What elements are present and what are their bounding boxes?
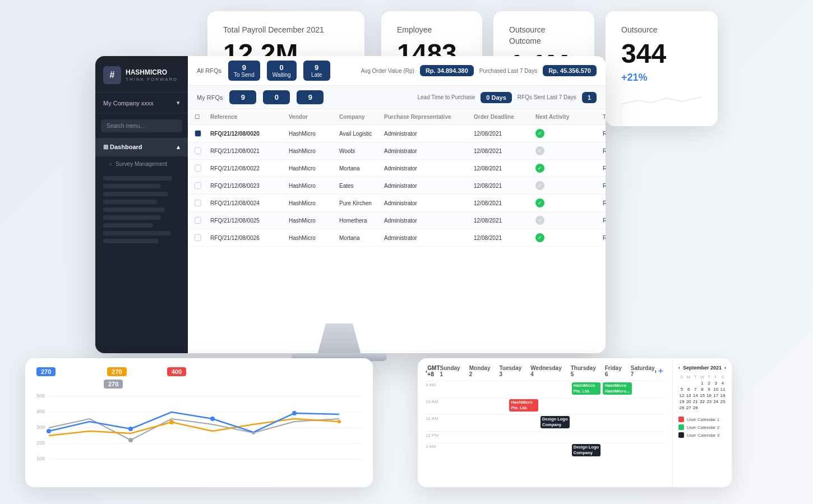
mini-cal-date[interactable]: 16 [706, 392, 713, 399]
chevron-up-icon: ▴ [177, 144, 180, 151]
mini-cal-date[interactable]: 3 [713, 380, 719, 386]
rfq-btn-late[interactable]: 9 Late [303, 61, 330, 81]
my-rfqs-row: My RFQs 9 0 9 Lead Time to Purchase 0 Da… [188, 86, 606, 109]
chevron-down-icon: ▾ [177, 99, 180, 107]
time-10am: 10 AM [426, 398, 446, 414]
mini-cal-date[interactable]: 23 [706, 399, 713, 405]
mini-cal-date[interactable]: 22 [699, 399, 705, 405]
mini-cal-date[interactable]: 28 [692, 405, 699, 411]
rfq-to-send-label: To Send [234, 72, 255, 78]
mini-cal-date[interactable]: 11 [719, 386, 726, 392]
search-placeholder: Search menu... [107, 123, 145, 129]
table-row[interactable]: RFQ/21/12/08/0021 HashMicro Woobi Admini… [188, 142, 606, 160]
row-checkbox[interactable] [195, 165, 210, 172]
table-header: ☐ Reference Vendor Company Purchase Repr… [188, 109, 606, 125]
mini-cal-date[interactable]: 24 [713, 399, 719, 405]
mini-cal-date[interactable]: 1 [699, 380, 705, 386]
rfq-btn-waiting[interactable]: 0 Waiting [267, 61, 297, 81]
mini-cal-dates: 1234567891011121314151617181920212223242… [678, 380, 726, 411]
mini-cal-date[interactable]: 13 [685, 392, 692, 399]
sidebar-search[interactable]: Search menu... [101, 119, 182, 132]
chart-svg-wrap: 500 400 300 200 100 [36, 391, 362, 480]
slot-thu-11 [571, 415, 602, 431]
avg-order-value: Rp. 34.894.380 [420, 65, 474, 76]
row-rep: Administrator [384, 183, 474, 189]
cal-add-icon[interactable]: ＋ [657, 366, 664, 376]
nav-line-2 [103, 184, 161, 188]
table-row[interactable]: RFQ/21/12/08/0025 HashMicro Homethera Ad… [188, 212, 606, 229]
my-rfq-btn-2[interactable]: 0 [263, 90, 290, 104]
sidebar-item-dashboard[interactable]: ⊞ Dashboard ▴ [95, 138, 188, 156]
row-checkbox[interactable] [195, 130, 210, 137]
mini-cal-date[interactable] [699, 405, 705, 411]
table-body: RFQ/21/12/08/0020 HashMicro Avail Logist… [188, 125, 606, 247]
sidebar-logo: # HASHMICRO THINK FORWARD [95, 56, 188, 93]
event-hashmicro-fri[interactable]: HashMicroHashMicro... [603, 382, 632, 395]
table-row[interactable]: RFQ/21/12/08/0026 HashMicro Mortana Admi… [188, 229, 606, 247]
mini-cal-date[interactable]: 2 [706, 380, 713, 386]
mini-cal-date[interactable]: 12 [678, 392, 685, 399]
mini-cal-nav-prev[interactable]: ‹ [678, 365, 680, 371]
mini-cal-date[interactable]: 20 [685, 399, 692, 405]
mini-cal-date[interactable]: 18 [719, 392, 726, 399]
event-design-logo-wed[interactable]: Design LogoCompany [541, 416, 570, 428]
legend-item-1: User Calendar 1 [678, 417, 726, 422]
my-rfq-btn-1[interactable]: 9 [229, 90, 256, 104]
row-total: Rp.9,500,000 [603, 148, 606, 154]
mini-cal-date[interactable]: 19 [678, 399, 685, 405]
mini-cal-date[interactable]: 4 [719, 380, 726, 386]
sidebar-item-survey[interactable]: ○ Survey Management [95, 156, 188, 172]
row-checkbox[interactable] [195, 147, 210, 154]
mini-cal-date[interactable]: 25 [719, 399, 726, 405]
mini-cal-day-labels: S M T W T F S [678, 374, 726, 380]
mini-cal-date[interactable] [719, 405, 726, 411]
mini-cal-nav-next[interactable]: › [724, 365, 726, 371]
event-hashmicro-tue[interactable]: HashMicroPte. Ltd. [509, 399, 538, 411]
rfq-btn-to-send[interactable]: 9 To Send [228, 61, 260, 81]
time-12pm: 12 PM [426, 432, 446, 442]
row-checkbox[interactable] [195, 217, 210, 224]
mini-cal-date[interactable] [713, 405, 719, 411]
row-vendor: HashMicro [289, 200, 339, 206]
event-design-logo-thu[interactable]: Design LogoCompany [572, 444, 601, 456]
mini-cal-date[interactable]: 6 [685, 386, 692, 392]
row-total: Rp.14,000,000 [603, 218, 606, 224]
row-company: Eates [339, 183, 384, 189]
nav-line-6 [103, 215, 161, 220]
mini-cal-date[interactable]: 9 [706, 386, 713, 392]
mini-cal-date[interactable] [706, 405, 713, 411]
legend-label-3: User Calendar 3 [687, 433, 719, 438]
mini-cal-date[interactable]: 8 [699, 386, 705, 392]
mini-cal-date[interactable]: 26 [678, 405, 685, 411]
mini-cal-date[interactable] [692, 380, 699, 386]
row-vendor: HashMicro [289, 131, 339, 137]
row-checkbox[interactable] [195, 234, 210, 241]
table-row[interactable]: RFQ/21/12/08/0020 HashMicro Avail Logist… [188, 125, 606, 142]
mini-cal-date[interactable]: 21 [692, 399, 699, 405]
mini-cal-date[interactable] [685, 380, 692, 386]
mini-cal-date[interactable]: 15 [699, 392, 705, 399]
mini-cal-date[interactable]: 14 [692, 392, 699, 399]
table-row[interactable]: RFQ/21/12/08/0022 HashMicro Mortana Admi… [188, 160, 606, 177]
rfq-late-label: Late [311, 72, 322, 78]
legend-item-2: User Calendar 2 [678, 424, 726, 430]
table-row[interactable]: RFQ/21/12/08/0024 HashMicro Pure Kirchen… [188, 195, 606, 212]
lead-time-label: Lead Time to Purchase [418, 94, 475, 100]
sidebar: # HASHMICRO THINK FORWARD My Company xxx… [95, 56, 188, 353]
mini-cal-date[interactable]: 27 [685, 405, 692, 411]
mini-cal-date[interactable] [678, 380, 685, 386]
sidebar-company[interactable]: My Company xxxx ▾ [95, 93, 188, 114]
event-hashmicro-thu[interactable]: HashMicroPte. Ltd. [572, 382, 601, 395]
mini-cal-date[interactable]: 5 [678, 386, 685, 392]
row-vendor: HashMicro [289, 148, 339, 154]
table-row[interactable]: RFQ/21/12/08/0023 HashMicro Eates Admini… [188, 177, 606, 195]
time-row-10am: 10 AM HashMicroPte. Ltd. [426, 397, 664, 414]
time-row-1pm: 1 AM Design LogoCompany [426, 442, 664, 459]
mini-cal-date[interactable]: 17 [713, 392, 719, 399]
my-rfq-btn-3[interactable]: 9 [297, 90, 324, 104]
row-checkbox[interactable] [195, 182, 210, 189]
row-checkbox[interactable] [195, 200, 210, 206]
mini-cal-date[interactable]: 7 [692, 386, 699, 392]
cal-day-2: Monday 2 [469, 365, 491, 377]
mini-cal-date[interactable]: 10 [713, 386, 719, 392]
